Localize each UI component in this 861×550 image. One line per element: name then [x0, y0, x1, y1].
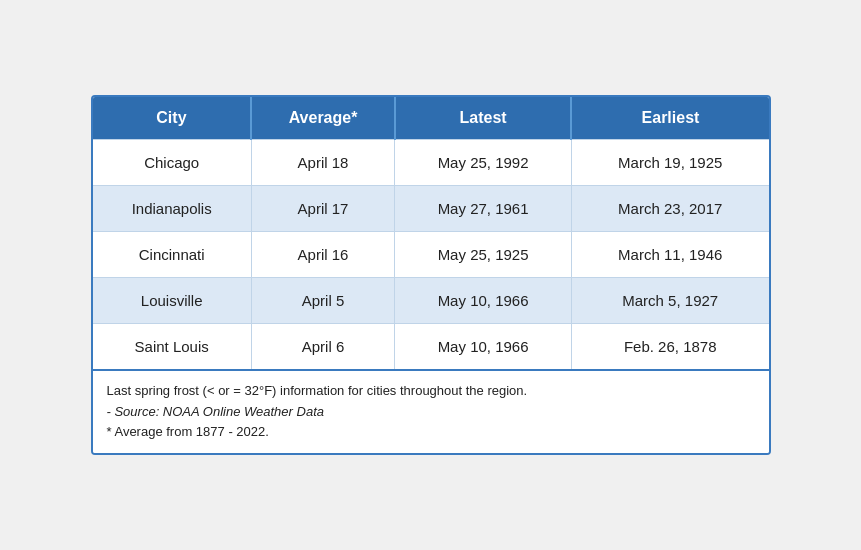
- header-latest: Latest: [395, 97, 572, 140]
- cell-average: April 6: [251, 323, 394, 369]
- cell-city: Louisville: [93, 277, 252, 323]
- cell-earliest: Feb. 26, 1878: [571, 323, 768, 369]
- cell-earliest: March 23, 2017: [571, 185, 768, 231]
- cell-average: April 17: [251, 185, 394, 231]
- cell-average: April 16: [251, 231, 394, 277]
- table-footnote: Last spring frost (< or = 32°F) informat…: [93, 369, 769, 453]
- table-row: CincinnatiApril 16May 25, 1925March 11, …: [93, 231, 769, 277]
- cell-average: April 5: [251, 277, 394, 323]
- footnote-line3: * Average from 1877 - 2022.: [107, 424, 269, 439]
- table-row: ChicagoApril 18May 25, 1992March 19, 192…: [93, 139, 769, 185]
- footnote-line1: Last spring frost (< or = 32°F) informat…: [107, 383, 528, 398]
- footnote-line2: - Source: NOAA Online Weather Data: [107, 404, 324, 419]
- cell-latest: May 25, 1992: [395, 139, 572, 185]
- header-earliest: Earliest: [571, 97, 768, 140]
- cell-earliest: March 5, 1927: [571, 277, 768, 323]
- cell-city: Cincinnati: [93, 231, 252, 277]
- table-header-row: City Average* Latest Earliest: [93, 97, 769, 140]
- cell-latest: May 10, 1966: [395, 323, 572, 369]
- frost-table-container: City Average* Latest Earliest ChicagoApr…: [91, 95, 771, 455]
- header-city: City: [93, 97, 252, 140]
- cell-earliest: March 19, 1925: [571, 139, 768, 185]
- table-row: Saint LouisApril 6May 10, 1966Feb. 26, 1…: [93, 323, 769, 369]
- cell-latest: May 10, 1966: [395, 277, 572, 323]
- cell-city: Indianapolis: [93, 185, 252, 231]
- cell-earliest: March 11, 1946: [571, 231, 768, 277]
- table-row: IndianapolisApril 17May 27, 1961March 23…: [93, 185, 769, 231]
- cell-average: April 18: [251, 139, 394, 185]
- cell-city: Chicago: [93, 139, 252, 185]
- cell-latest: May 25, 1925: [395, 231, 572, 277]
- header-average: Average*: [251, 97, 394, 140]
- cell-city: Saint Louis: [93, 323, 252, 369]
- cell-latest: May 27, 1961: [395, 185, 572, 231]
- frost-data-table: City Average* Latest Earliest ChicagoApr…: [93, 97, 769, 369]
- table-row: LouisvilleApril 5May 10, 1966March 5, 19…: [93, 277, 769, 323]
